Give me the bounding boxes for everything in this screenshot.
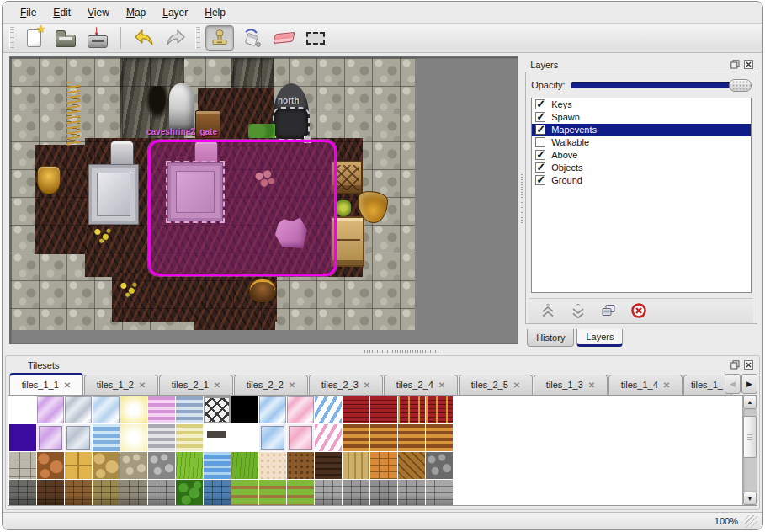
palette-tile[interactable] xyxy=(259,480,286,507)
palette-tile[interactable] xyxy=(148,396,175,423)
palette-tile[interactable] xyxy=(120,452,147,479)
scroll-tabs-left-icon[interactable]: ◀ xyxy=(725,374,741,394)
palette-tile[interactable] xyxy=(231,452,258,479)
dock-tab-history[interactable]: History xyxy=(527,329,574,347)
palette-tile[interactable] xyxy=(287,452,314,479)
palette-tile[interactable] xyxy=(370,396,397,423)
palette-tile[interactable] xyxy=(231,396,258,423)
palette-tile[interactable] xyxy=(9,452,36,479)
palette-tile[interactable] xyxy=(398,452,425,479)
palette-tile[interactable] xyxy=(315,396,342,423)
palette-tile[interactable] xyxy=(426,424,453,451)
map-canvas[interactable]: caveshrine2_gatenorth xyxy=(11,58,415,330)
new-file-button[interactable] xyxy=(19,25,48,51)
layer-row-mapevents[interactable]: Mapevents xyxy=(532,124,751,136)
layer-visibility-checkbox[interactable] xyxy=(535,162,545,173)
close-tab-icon[interactable]: ✕ xyxy=(64,380,71,390)
palette-tile[interactable] xyxy=(65,424,92,451)
palette-tile[interactable] xyxy=(9,480,36,507)
menu-help[interactable]: Help xyxy=(197,4,233,21)
palette-tile[interactable] xyxy=(343,424,369,451)
fill-tool-button[interactable] xyxy=(237,25,266,51)
close-tab-icon[interactable]: ✕ xyxy=(214,380,220,390)
palette-tile[interactable] xyxy=(204,396,231,423)
eraser-tool-button[interactable] xyxy=(269,25,298,51)
toolbar-grip-2[interactable] xyxy=(195,27,200,49)
close-tab-icon[interactable]: ✕ xyxy=(289,380,295,390)
stamp-tool-button[interactable] xyxy=(205,25,234,51)
scrollbar-track[interactable] xyxy=(743,409,757,492)
scroll-down-icon[interactable]: ▼ xyxy=(743,492,757,505)
close-tab-icon[interactable]: ✕ xyxy=(513,380,520,390)
vertical-splitter[interactable] xyxy=(518,56,525,344)
duplicate-layer-button[interactable] xyxy=(598,301,619,320)
palette-tile[interactable] xyxy=(93,480,120,507)
close-tab-icon[interactable]: ✕ xyxy=(663,380,670,390)
palette-tile[interactable] xyxy=(120,480,147,507)
scrollbar-thumb[interactable] xyxy=(743,416,757,458)
tileset-tab-tiles_2_2[interactable]: tiles_2_2✕ xyxy=(234,375,308,395)
layer-row-objects[interactable]: Objects xyxy=(532,162,751,174)
palette-tile[interactable] xyxy=(148,424,175,451)
scroll-tabs-right-icon[interactable]: ▶ xyxy=(741,374,757,394)
palette-tile[interactable] xyxy=(231,424,258,451)
palette-tile[interactable] xyxy=(37,396,64,423)
palette-tile[interactable] xyxy=(93,396,120,423)
layer-visibility-checkbox[interactable] xyxy=(535,125,545,135)
palette-scroll-area[interactable] xyxy=(8,396,742,506)
layer-row-walkable[interactable]: Walkable xyxy=(532,136,751,149)
tileset-tab-tiles_1_4[interactable]: tiles_1_4✕ xyxy=(608,375,683,395)
tileset-tab-tiles_1_2[interactable]: tiles_1_2✕ xyxy=(84,375,158,395)
opacity-slider-handle[interactable] xyxy=(729,79,752,92)
layer-visibility-checkbox[interactable] xyxy=(535,99,545,109)
scroll-up-icon[interactable]: ▲ xyxy=(743,396,757,409)
raise-layer-button[interactable] xyxy=(538,301,558,320)
palette-tile[interactable] xyxy=(370,480,397,507)
palette-tile[interactable] xyxy=(426,452,453,479)
palette-tile[interactable] xyxy=(370,424,397,451)
palette-tile[interactable] xyxy=(176,452,203,479)
palette-tile[interactable] xyxy=(37,452,64,479)
palette-tile[interactable] xyxy=(315,452,342,479)
close-tab-icon[interactable]: ✕ xyxy=(588,380,595,390)
palette-tile[interactable] xyxy=(259,424,286,451)
palette-tile[interactable] xyxy=(426,480,453,507)
palette-tile[interactable] xyxy=(93,424,120,451)
palette-tile[interactable] xyxy=(148,480,175,507)
palette-tile[interactable] xyxy=(148,452,175,479)
palette-tile[interactable] xyxy=(398,396,425,423)
rect-select-tool-button[interactable] xyxy=(301,25,330,51)
layer-row-above[interactable]: Above xyxy=(532,149,751,162)
palette-tile[interactable] xyxy=(120,424,147,451)
palette-tile[interactable] xyxy=(176,396,203,423)
palette-tile[interactable] xyxy=(343,480,369,507)
tileset-tab-tiles_1_3[interactable]: tiles_1_3✕ xyxy=(534,375,608,395)
tileset-tab-tiles_2_1[interactable]: tiles_2_1✕ xyxy=(159,375,233,395)
layer-visibility-checkbox[interactable] xyxy=(535,150,545,160)
menu-layer[interactable]: Layer xyxy=(155,4,195,21)
lower-layer-button[interactable] xyxy=(568,301,588,320)
float-panel-icon[interactable] xyxy=(730,59,741,70)
tileset-tab-tiles_2_4[interactable]: tiles_2_4✕ xyxy=(384,375,458,395)
palette-tile[interactable] xyxy=(343,452,369,479)
layer-row-ground[interactable]: Ground xyxy=(532,174,751,187)
palette-tile[interactable] xyxy=(259,452,286,479)
palette-tile[interactable] xyxy=(93,452,120,479)
palette-tile[interactable] xyxy=(65,396,92,423)
close-tab-icon[interactable]: ✕ xyxy=(139,380,146,390)
layer-visibility-checkbox[interactable] xyxy=(535,175,545,185)
palette-tile[interactable] xyxy=(259,396,286,423)
palette-tile[interactable] xyxy=(204,480,231,507)
tilesets-close-icon[interactable] xyxy=(743,359,754,370)
undo-button[interactable] xyxy=(130,25,158,51)
menu-view[interactable]: View xyxy=(80,4,117,21)
tilesets-float-icon[interactable] xyxy=(730,359,741,370)
horizontal-splitter[interactable] xyxy=(3,348,762,355)
palette-tile[interactable] xyxy=(9,424,36,451)
palette-tile[interactable] xyxy=(398,424,425,451)
close-tab-icon[interactable]: ✕ xyxy=(364,380,370,390)
palette-tile[interactable] xyxy=(315,480,342,507)
tileset-tab-tiles_2_3[interactable]: tiles_2_3✕ xyxy=(309,375,383,395)
redo-button[interactable] xyxy=(162,25,190,51)
palette-tile[interactable] xyxy=(37,424,64,451)
